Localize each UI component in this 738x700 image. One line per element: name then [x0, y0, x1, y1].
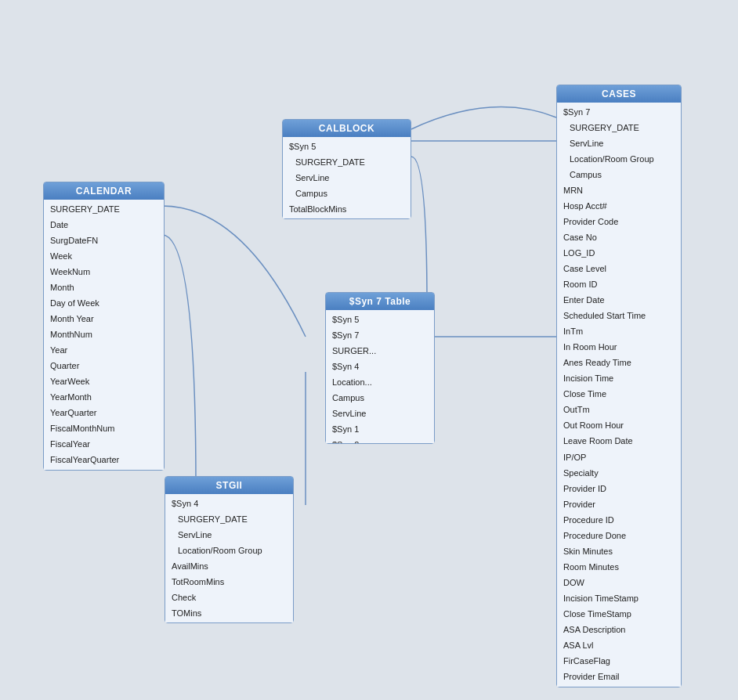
stgii-body: $Syn 4SURGERY_DATEServLineLocation/Room … — [165, 494, 293, 622]
table-row: Scheduled Start Time — [557, 309, 681, 324]
table-row: Leave Room Date — [557, 434, 681, 449]
table-row: FiscalMonthNum — [44, 421, 164, 437]
table-row: TotalBlockMins — [283, 201, 411, 217]
table-row: IP/OP — [557, 449, 681, 465]
table-row: Location... — [326, 374, 434, 390]
ssyn7-body[interactable]: $Syn 5$Syn 7SURGER...$Syn 4Location...Ca… — [326, 310, 434, 443]
table-row: Location/Room Group — [557, 151, 681, 167]
table-row: Incision Time — [557, 371, 681, 387]
table-row: Campus — [326, 390, 434, 406]
table-row: $Syn 1 — [326, 421, 434, 437]
table-row: SurgDateFN — [44, 233, 164, 248]
table-row: Procedure ID — [557, 512, 681, 528]
table-row: Case Level — [557, 261, 681, 276]
calendar-header: CALENDAR — [44, 182, 164, 200]
table-row: ServLine — [557, 135, 681, 151]
table-row: $Syn 4 — [165, 496, 293, 511]
table-row: MRN — [557, 182, 681, 198]
table-row: Campus — [283, 186, 411, 201]
table-row: Enter Date — [557, 293, 681, 309]
table-row: Campus — [557, 167, 681, 182]
table-row: Room ID — [557, 277, 681, 293]
calendar-table: CALENDAR SURGERY_DATEDateSurgDateFNWeekW… — [43, 182, 165, 471]
calblock-table: CALBLOCK $Syn 5SURGERY_DATEServLineCampu… — [282, 119, 411, 219]
table-row: Specialty — [557, 465, 681, 481]
table-row: $Syn 7 — [326, 327, 434, 343]
ssyn7-header: $Syn 7 Table — [326, 293, 434, 310]
ssyn7-table: $Syn 7 Table $Syn 5$Syn 7SURGER...$Syn 4… — [325, 292, 435, 444]
table-row: Procedure Done — [557, 528, 681, 543]
table-row: Out Room Hour — [557, 418, 681, 434]
cases-header: CASES — [557, 85, 681, 103]
table-row: $Syn 5 — [283, 139, 411, 154]
calblock-body: $Syn 5SURGERY_DATEServLineCampusTotalBlo… — [283, 137, 411, 218]
table-row: LOG_ID — [557, 245, 681, 261]
table-row: Month — [44, 280, 164, 295]
table-row: FiscalYear — [44, 437, 164, 453]
table-row: DOW — [557, 575, 681, 590]
table-row: SURGER... — [326, 343, 434, 359]
table-row: Room Minutes — [557, 559, 681, 575]
table-row: Location/Room Group — [165, 543, 293, 558]
table-row: Incision TimeStamp — [557, 590, 681, 606]
table-row: ServLine — [165, 527, 293, 543]
table-row: SURGERY_DATE — [283, 154, 411, 170]
table-row: Date — [44, 217, 164, 233]
table-row: Anes Ready Time — [557, 355, 681, 371]
cases-body: $Syn 7SURGERY_DATEServLineLocation/Room … — [557, 103, 681, 687]
table-row: Hosp Acct# — [557, 198, 681, 214]
table-row: OutTm — [557, 402, 681, 418]
table-row: WeekNum — [44, 264, 164, 280]
table-row: Skin Minutes — [557, 543, 681, 559]
table-row: $Syn 4 — [326, 359, 434, 374]
cases-table: CASES $Syn 7SURGERY_DATEServLineLocation… — [556, 85, 682, 687]
table-row: $Syn 5 — [326, 312, 434, 327]
table-row: ASA Lvl — [557, 638, 681, 654]
table-row: Week — [44, 248, 164, 264]
table-row: TOMins — [165, 605, 293, 621]
table-row: Provider Email — [557, 669, 681, 685]
table-row: FiscalYearQuarter — [44, 453, 164, 468]
table-row: ServLine — [283, 170, 411, 186]
table-row: MonthNum — [44, 327, 164, 342]
table-row: Provider Code — [557, 214, 681, 229]
table-row: Close Time — [557, 387, 681, 402]
table-row: ASA Description — [557, 622, 681, 638]
stgii-table: STGII $Syn 4SURGERY_DATEServLineLocation… — [165, 476, 294, 623]
table-row: Case No — [557, 229, 681, 245]
table-row: YearMonth — [44, 390, 164, 406]
table-row: SURGERY_DATE — [44, 201, 164, 217]
calendar-body: SURGERY_DATEDateSurgDateFNWeekWeekNumMon… — [44, 200, 164, 470]
table-row: SURGERY_DATE — [557, 120, 681, 135]
stgii-header: STGII — [165, 477, 293, 494]
table-row: Year — [44, 342, 164, 358]
table-row: $Syn 7 — [557, 104, 681, 120]
table-row: TotRoomMins — [165, 574, 293, 590]
table-row: YearWeek — [44, 374, 164, 390]
table-row: Close TimeStamp — [557, 607, 681, 622]
table-row: $Syn 2 — [326, 437, 434, 443]
table-row: SURGERY_DATE — [165, 511, 293, 527]
table-row: Quarter — [44, 358, 164, 373]
table-row: Month Year — [44, 311, 164, 327]
table-row: ServLine — [326, 406, 434, 421]
table-row: Provider ID — [557, 481, 681, 496]
table-row: AvailMins — [165, 558, 293, 574]
table-row: YearQuarter — [44, 406, 164, 421]
table-row: In Room Hour — [557, 340, 681, 355]
table-row: FirCaseFlag — [557, 654, 681, 669]
table-row: Day of Week — [44, 295, 164, 311]
table-row: Check — [165, 590, 293, 605]
calblock-header: CALBLOCK — [283, 120, 411, 137]
table-row: Provider — [557, 496, 681, 512]
table-row: InTm — [557, 324, 681, 340]
